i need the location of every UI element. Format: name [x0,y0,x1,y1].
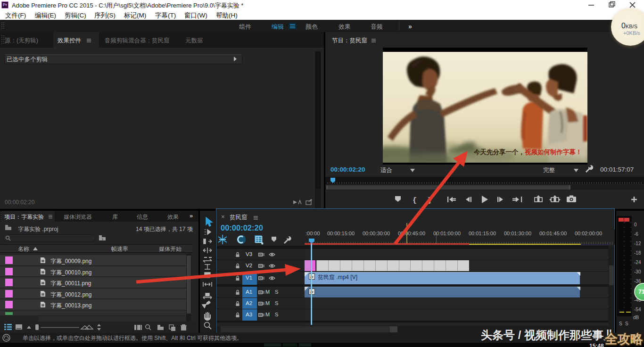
svg-text:今天先分享一个，: 今天先分享一个， [473,148,525,156]
svg-text:{: { [413,197,417,205]
svg-text:↴: ↴ [101,237,104,240]
svg-text:视频如何制作字幕！: 视频如何制作字幕！ [524,148,582,156]
svg-text:}: } [428,197,432,205]
